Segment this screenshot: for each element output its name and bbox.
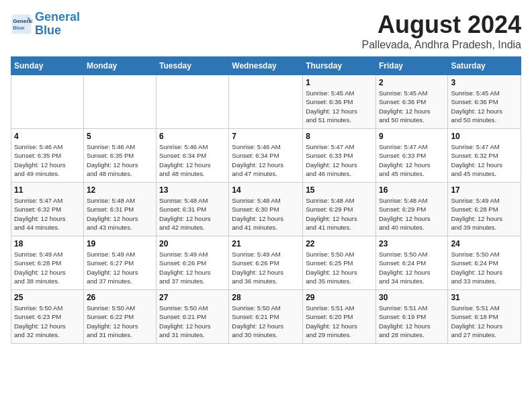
- calendar-cell: 18Sunrise: 5:49 AM Sunset: 6:28 PM Dayli…: [11, 236, 84, 290]
- logo: General Blue GeneralBlue: [11, 11, 80, 38]
- calendar-cell: 13Sunrise: 5:48 AM Sunset: 6:31 PM Dayli…: [157, 183, 229, 236]
- day-number: 2: [379, 78, 445, 87]
- calendar-cell: 30Sunrise: 5:51 AM Sunset: 6:19 PM Dayli…: [375, 290, 447, 344]
- day-of-week-header: Wednesday: [229, 57, 303, 75]
- page-header: General Blue GeneralBlue August 2024 Pal…: [11, 11, 521, 51]
- day-number: 18: [14, 239, 81, 248]
- day-number: 26: [87, 293, 153, 302]
- day-number: 30: [379, 293, 445, 302]
- calendar-cell: 29Sunrise: 5:51 AM Sunset: 6:20 PM Dayli…: [303, 290, 376, 344]
- day-info: Sunrise: 5:48 AM Sunset: 6:31 PM Dayligh…: [159, 196, 226, 232]
- calendar-cell: 22Sunrise: 5:50 AM Sunset: 6:25 PM Dayli…: [303, 236, 376, 290]
- day-info: Sunrise: 5:51 AM Sunset: 6:18 PM Dayligh…: [451, 304, 518, 339]
- calendar-table: SundayMondayTuesdayWednesdayThursdayFrid…: [11, 56, 521, 344]
- day-info: Sunrise: 5:51 AM Sunset: 6:20 PM Dayligh…: [306, 304, 373, 339]
- day-number: 24: [451, 239, 518, 248]
- day-number: 27: [159, 293, 226, 302]
- day-info: Sunrise: 5:51 AM Sunset: 6:19 PM Dayligh…: [379, 304, 445, 339]
- day-number: 17: [451, 185, 518, 195]
- day-number: 3: [451, 78, 518, 87]
- day-info: Sunrise: 5:49 AM Sunset: 6:26 PM Dayligh…: [232, 250, 300, 285]
- day-of-week-header: Thursday: [303, 57, 376, 75]
- calendar-cell: 24Sunrise: 5:50 AM Sunset: 6:24 PM Dayli…: [448, 236, 521, 290]
- calendar-cell: [11, 75, 84, 129]
- page-subtitle: Pallevada, Andhra Pradesh, India: [362, 39, 522, 51]
- day-number: 29: [306, 293, 373, 302]
- day-info: Sunrise: 5:50 AM Sunset: 6:23 PM Dayligh…: [14, 304, 81, 339]
- day-number: 10: [451, 132, 518, 141]
- calendar-cell: 2Sunrise: 5:45 AM Sunset: 6:36 PM Daylig…: [375, 75, 447, 129]
- day-number: 28: [232, 293, 300, 302]
- calendar-cell: 16Sunrise: 5:48 AM Sunset: 6:29 PM Dayli…: [375, 183, 447, 236]
- day-number: 19: [87, 239, 153, 248]
- calendar-cell: 26Sunrise: 5:50 AM Sunset: 6:22 PM Dayli…: [83, 290, 156, 344]
- day-number: 20: [159, 239, 226, 248]
- calendar-cell: 28Sunrise: 5:50 AM Sunset: 6:21 PM Dayli…: [229, 290, 303, 344]
- day-of-week-header: Saturday: [448, 57, 521, 75]
- calendar-cell: 11Sunrise: 5:47 AM Sunset: 6:32 PM Dayli…: [11, 183, 84, 236]
- calendar-cell: 15Sunrise: 5:48 AM Sunset: 6:29 PM Dayli…: [303, 183, 376, 236]
- day-number: 16: [379, 185, 445, 195]
- day-info: Sunrise: 5:49 AM Sunset: 6:26 PM Dayligh…: [159, 250, 226, 285]
- calendar-cell: [83, 75, 156, 129]
- day-info: Sunrise: 5:49 AM Sunset: 6:28 PM Dayligh…: [14, 250, 81, 285]
- day-number: 31: [451, 293, 518, 302]
- logo-icon: General Blue: [11, 13, 32, 35]
- calendar-cell: 17Sunrise: 5:49 AM Sunset: 6:28 PM Dayli…: [448, 183, 521, 236]
- day-number: 14: [232, 185, 300, 195]
- day-number: 8: [306, 132, 373, 141]
- calendar-cell: 9Sunrise: 5:47 AM Sunset: 6:33 PM Daylig…: [375, 129, 447, 183]
- calendar-cell: [229, 75, 303, 129]
- day-info: Sunrise: 5:46 AM Sunset: 6:34 PM Dayligh…: [159, 142, 226, 178]
- day-number: 12: [87, 185, 153, 195]
- day-number: 6: [159, 132, 226, 141]
- day-of-week-header: Monday: [83, 57, 156, 75]
- day-info: Sunrise: 5:50 AM Sunset: 6:24 PM Dayligh…: [451, 250, 518, 285]
- day-info: Sunrise: 5:48 AM Sunset: 6:29 PM Dayligh…: [306, 196, 373, 232]
- day-info: Sunrise: 5:50 AM Sunset: 6:21 PM Dayligh…: [159, 304, 226, 339]
- day-info: Sunrise: 5:48 AM Sunset: 6:29 PM Dayligh…: [379, 196, 445, 232]
- day-info: Sunrise: 5:45 AM Sunset: 6:36 PM Dayligh…: [451, 89, 518, 124]
- day-number: 4: [14, 132, 81, 141]
- calendar-cell: 23Sunrise: 5:50 AM Sunset: 6:24 PM Dayli…: [375, 236, 447, 290]
- calendar-cell: 14Sunrise: 5:48 AM Sunset: 6:30 PM Dayli…: [229, 183, 303, 236]
- day-info: Sunrise: 5:47 AM Sunset: 6:33 PM Dayligh…: [379, 142, 445, 178]
- day-info: Sunrise: 5:49 AM Sunset: 6:28 PM Dayligh…: [451, 196, 518, 232]
- day-of-week-header: Friday: [375, 57, 447, 75]
- calendar-cell: 12Sunrise: 5:48 AM Sunset: 6:31 PM Dayli…: [83, 183, 156, 236]
- calendar-cell: 20Sunrise: 5:49 AM Sunset: 6:26 PM Dayli…: [157, 236, 229, 290]
- day-number: 5: [87, 132, 153, 141]
- day-info: Sunrise: 5:50 AM Sunset: 6:24 PM Dayligh…: [379, 250, 445, 285]
- day-number: 22: [306, 239, 373, 248]
- calendar-cell: 25Sunrise: 5:50 AM Sunset: 6:23 PM Dayli…: [11, 290, 84, 344]
- calendar-cell: 8Sunrise: 5:47 AM Sunset: 6:33 PM Daylig…: [303, 129, 376, 183]
- day-info: Sunrise: 5:45 AM Sunset: 6:36 PM Dayligh…: [379, 89, 445, 124]
- day-number: 9: [379, 132, 445, 141]
- day-info: Sunrise: 5:50 AM Sunset: 6:25 PM Dayligh…: [306, 250, 373, 285]
- calendar-cell: 21Sunrise: 5:49 AM Sunset: 6:26 PM Dayli…: [229, 236, 303, 290]
- calendar-cell: 3Sunrise: 5:45 AM Sunset: 6:36 PM Daylig…: [448, 75, 521, 129]
- day-number: 15: [306, 185, 373, 195]
- day-info: Sunrise: 5:50 AM Sunset: 6:21 PM Dayligh…: [232, 304, 300, 339]
- calendar-cell: 5Sunrise: 5:46 AM Sunset: 6:35 PM Daylig…: [83, 129, 156, 183]
- day-info: Sunrise: 5:50 AM Sunset: 6:22 PM Dayligh…: [87, 304, 153, 339]
- page-title: August 2024: [362, 11, 522, 39]
- day-info: Sunrise: 5:47 AM Sunset: 6:32 PM Dayligh…: [451, 142, 518, 178]
- day-number: 23: [379, 239, 445, 248]
- day-info: Sunrise: 5:46 AM Sunset: 6:34 PM Dayligh…: [232, 142, 300, 178]
- calendar-cell: [157, 75, 229, 129]
- calendar-cell: 4Sunrise: 5:46 AM Sunset: 6:35 PM Daylig…: [11, 129, 84, 183]
- calendar-cell: 6Sunrise: 5:46 AM Sunset: 6:34 PM Daylig…: [157, 129, 229, 183]
- calendar-cell: 1Sunrise: 5:45 AM Sunset: 6:36 PM Daylig…: [303, 75, 376, 129]
- day-info: Sunrise: 5:46 AM Sunset: 6:35 PM Dayligh…: [14, 142, 81, 178]
- calendar-cell: 7Sunrise: 5:46 AM Sunset: 6:34 PM Daylig…: [229, 129, 303, 183]
- calendar-cell: 27Sunrise: 5:50 AM Sunset: 6:21 PM Dayli…: [157, 290, 229, 344]
- day-info: Sunrise: 5:48 AM Sunset: 6:31 PM Dayligh…: [87, 196, 153, 232]
- day-info: Sunrise: 5:48 AM Sunset: 6:30 PM Dayligh…: [232, 196, 300, 232]
- day-number: 25: [14, 293, 81, 302]
- title-block: August 2024 Pallevada, Andhra Pradesh, I…: [362, 11, 522, 51]
- day-info: Sunrise: 5:45 AM Sunset: 6:36 PM Dayligh…: [306, 89, 373, 124]
- day-info: Sunrise: 5:46 AM Sunset: 6:35 PM Dayligh…: [87, 142, 153, 178]
- calendar-cell: 10Sunrise: 5:47 AM Sunset: 6:32 PM Dayli…: [448, 129, 521, 183]
- day-of-week-header: Tuesday: [157, 57, 229, 75]
